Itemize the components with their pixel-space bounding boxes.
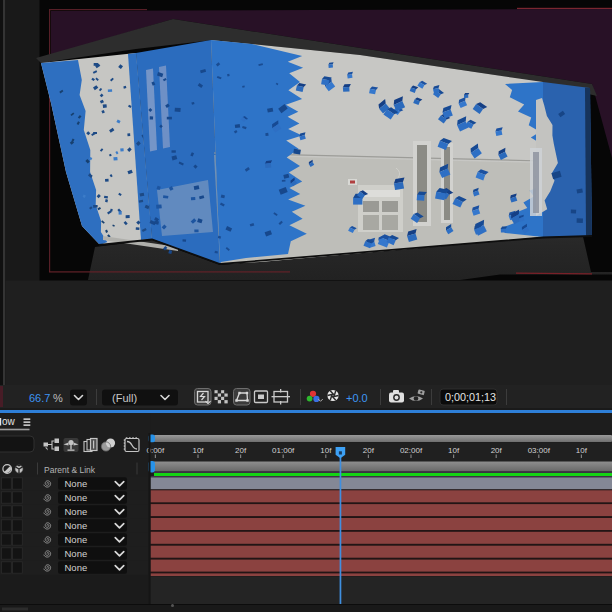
- svg-text:None: None: [65, 506, 88, 517]
- svg-text:10f: 10f: [448, 446, 460, 455]
- svg-text:(Full): (Full): [112, 392, 137, 404]
- svg-text:None: None: [65, 534, 88, 545]
- svg-text:01:00f: 01:00f: [272, 446, 295, 455]
- svg-text:20f: 20f: [491, 446, 503, 455]
- svg-text:None: None: [65, 478, 88, 489]
- svg-text:None: None: [65, 520, 88, 531]
- svg-text:02:00f: 02:00f: [400, 446, 423, 455]
- svg-text:None: None: [65, 492, 88, 503]
- svg-text:None: None: [65, 562, 88, 573]
- svg-text:10f: 10f: [192, 446, 204, 455]
- svg-text:None: None: [65, 548, 88, 559]
- svg-text:10f: 10f: [320, 446, 332, 455]
- svg-text:10f: 10f: [576, 446, 588, 455]
- svg-text:66.7: 66.7: [29, 392, 50, 404]
- svg-text:ow: ow: [2, 416, 16, 427]
- svg-text:0;00;01;13: 0;00;01;13: [445, 391, 496, 403]
- svg-text:%: %: [53, 392, 63, 404]
- svg-text:20f: 20f: [235, 446, 247, 455]
- svg-text:+0.0: +0.0: [346, 392, 368, 404]
- svg-text:20f: 20f: [363, 446, 375, 455]
- svg-text:03:00f: 03:00f: [528, 446, 551, 455]
- svg-text:Parent & Link: Parent & Link: [44, 465, 96, 475]
